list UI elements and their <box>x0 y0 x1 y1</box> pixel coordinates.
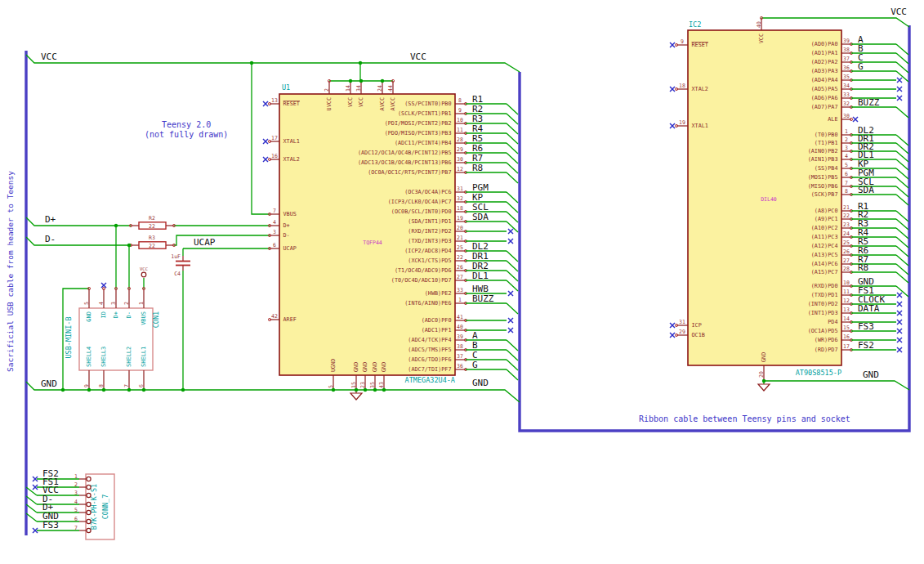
wire <box>896 255 908 266</box>
ic2-pin-name: (WR)PD6 <box>815 337 838 343</box>
u1-pin-number: 26 <box>457 264 463 271</box>
gnd-label-u1-right: GND <box>472 378 489 388</box>
ic2-pin-name: (A12)PC4 <box>811 243 838 249</box>
wire <box>26 513 37 521</box>
conn7-value: B7K-PH-K-S1 <box>90 484 98 530</box>
usb-pin-number: 2 <box>123 302 130 305</box>
wire <box>896 219 908 230</box>
usb-pin-number: 5 <box>83 302 90 305</box>
ic2-pin-number: 6 <box>845 171 848 177</box>
ic2-pin-name: (RXD)PD0 <box>811 283 838 289</box>
wire <box>507 172 518 183</box>
ic2-pin-number: 11 <box>843 289 850 295</box>
wire <box>507 340 518 351</box>
ic2-pin-number: 33 <box>843 92 850 98</box>
ic2-pin-name: (AIN0)PB2 <box>808 148 838 154</box>
junction-dot <box>87 388 91 392</box>
capacitor-c4[interactable]: 1uF C4 <box>171 253 190 277</box>
ic2-pin-name: (RD)PD7 <box>815 347 838 353</box>
u1-pin-number: 35 <box>369 382 376 388</box>
junction-dot <box>355 388 358 392</box>
ic2-pin-name: (A13)PC5 <box>811 252 838 258</box>
junction-dot <box>373 388 377 392</box>
u1-pin-number: 42 <box>271 313 278 320</box>
wire <box>26 504 37 513</box>
u1-pin-name: AREF <box>283 316 297 323</box>
conn7-pin-number: 5 <box>74 507 78 513</box>
note-teensy-line1: Teensy 2.0 <box>162 120 211 129</box>
net-label-R8: R8 <box>472 163 483 173</box>
u1-pin-name: GND <box>362 362 368 372</box>
note-left-vertical: Sacrificial USB cable from header to Tee… <box>6 171 15 372</box>
wire <box>896 159 908 170</box>
usb-ref: CON1 <box>152 311 160 328</box>
u1-pin-name: (TXD/INT3)PD3 <box>408 238 451 244</box>
u1-pin-name: (ADC11/PCINT4)PB4 <box>395 140 452 146</box>
resistor-r2[interactable]: R2 22 <box>129 215 175 230</box>
r3-value: 22 <box>149 243 155 249</box>
ic2-pin-name: (MISO)PB6 <box>808 183 838 190</box>
ic2-pin-number: 3 <box>845 145 848 151</box>
u1-pin-number: 30 <box>457 156 463 163</box>
u1-pin-name: D+ <box>283 222 290 229</box>
wire <box>896 186 908 197</box>
wire <box>896 228 908 239</box>
ic2-pin-name: GND <box>761 352 767 362</box>
u1-pin-number: 28 <box>457 137 463 143</box>
u1-pin-number: 8 <box>458 97 462 104</box>
u1-pin-name: GND <box>381 362 387 372</box>
u1-pin-number: 13 <box>271 97 278 104</box>
u1-pin-number: 3 <box>273 229 276 235</box>
ic2-pin-number: 7 <box>845 180 848 186</box>
ic2-pin-name: (INT1)PD3 <box>808 310 838 316</box>
u1-pin-number: 5 <box>328 385 334 388</box>
u1-pin-name: AVCC <box>379 97 386 110</box>
wire <box>507 202 518 213</box>
ic2-pin-number: 20 <box>758 371 765 378</box>
note-teensy-line2: (not fully drawn) <box>145 130 228 139</box>
schematic-canvas[interactable]: U1 ATMEGA32U4-A TQFP44 IC2 AT90S8515-P D… <box>0 0 924 564</box>
ic2-pin-number: 4 <box>845 153 848 159</box>
junction-dot <box>381 79 384 83</box>
u1-pin-name: (ADC12/OC1A/OC4B/PCINT12)PB5 <box>358 150 452 156</box>
u1-pin-name: VCC <box>358 97 364 107</box>
ic2-pin-number: 17 <box>843 343 850 350</box>
ic2-ref: IC2 <box>689 20 701 29</box>
ic2-pin-number: 15 <box>843 325 850 331</box>
junction-dot <box>127 388 131 392</box>
wire <box>896 286 908 297</box>
u1-pin-name: XTAL2 <box>283 156 300 163</box>
ic2-pin-name: (INT0)PD2 <box>808 301 838 307</box>
wire <box>896 195 908 205</box>
wire <box>896 264 908 275</box>
resistor-r3[interactable]: R3 22 <box>129 235 175 249</box>
u1-pin-number: 20 <box>457 225 463 231</box>
junction-dot <box>114 224 118 227</box>
net-label-DATA: DATA <box>858 303 880 314</box>
u1-pin-name: (SS/PCINT0)PB0 <box>404 101 451 107</box>
u1-pin-name: D- <box>283 232 290 239</box>
ic2-pin-name: (TXD)PD1 <box>811 292 838 298</box>
gnd-label-ic2: GND <box>863 369 879 380</box>
wire <box>896 71 908 82</box>
junction-dot <box>762 379 766 383</box>
u1-pin-number: 19 <box>457 215 463 222</box>
wire <box>507 251 518 262</box>
ic2-pin-name: (A9)PC1 <box>815 216 838 222</box>
u1-pin-number: 27 <box>457 274 463 280</box>
conn7-pin-number: 2 <box>74 481 78 488</box>
u1-pin-number: 33 <box>457 287 463 293</box>
ic2-pin-number: 35 <box>843 74 850 80</box>
junction-dot <box>102 388 105 392</box>
ic2-pin-number: 39 <box>843 38 850 44</box>
wire <box>896 135 908 145</box>
wire <box>507 192 518 203</box>
junction-dot <box>349 79 352 83</box>
ic2-pin-name: (A14)PC6 <box>811 261 838 267</box>
ic2-pin-name: VCC <box>758 34 765 43</box>
ic2-pin-number: 5 <box>845 162 848 168</box>
u1-pin-name: (OC0B/SCL/INT0)PD0 <box>391 208 452 215</box>
ic2-pin-number: 23 <box>843 222 850 228</box>
vcc-power-symbol: VCC <box>140 266 148 277</box>
u1-pin-name: (ADC6/TDO)PF6 <box>408 356 451 363</box>
